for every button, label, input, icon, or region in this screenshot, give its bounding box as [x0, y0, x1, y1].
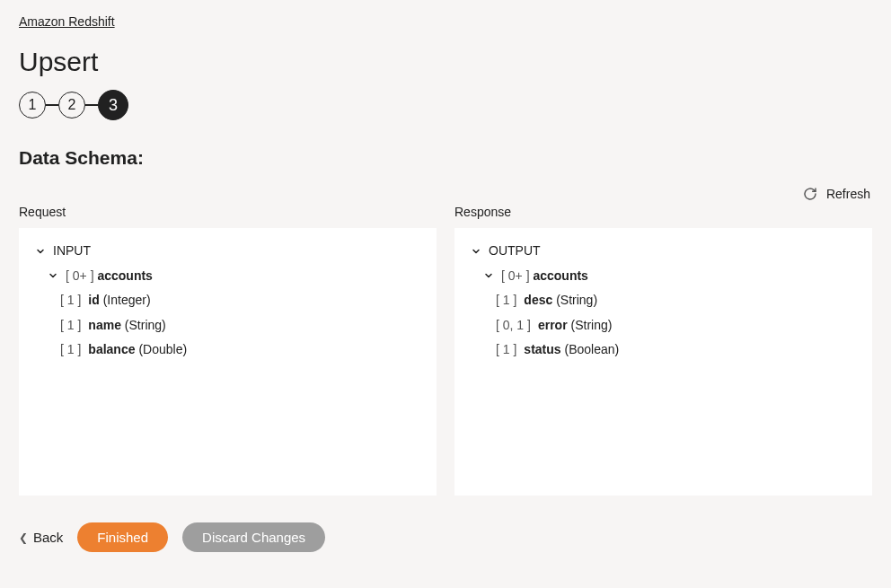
request-panel: INPUT [ 0+ ] accounts [ 1 ] id (Inte	[19, 228, 437, 496]
step-1[interactable]: 1	[19, 92, 46, 118]
refresh-button[interactable]: Refresh	[803, 187, 870, 201]
section-title: Data Schema:	[19, 147, 872, 169]
tree-field: [ 1 ] status (Boolean)	[471, 341, 856, 359]
discard-button[interactable]: Discard Changes	[182, 522, 325, 552]
request-heading: Request	[19, 205, 437, 219]
response-heading: Response	[454, 205, 872, 219]
chevron-down-icon	[471, 246, 481, 257]
tree-field: [ 1 ] name (String)	[35, 317, 420, 335]
breadcrumb: Amazon Redshift	[19, 14, 872, 29]
footer: ❮ Back Finished Discard Changes	[19, 522, 872, 552]
tree-group-accounts[interactable]: [ 0+ ] accounts	[471, 268, 856, 285]
chevron-down-icon	[48, 270, 58, 281]
tree-field: [ 0, 1 ] error (String)	[471, 317, 856, 335]
back-label: Back	[33, 530, 63, 545]
breadcrumb-link[interactable]: Amazon Redshift	[19, 14, 115, 29]
tree-group-label: [ 0+ ] accounts	[501, 268, 588, 285]
chevron-down-icon	[483, 270, 494, 281]
tree-root-label: INPUT	[53, 242, 91, 260]
tree-group-label: [ 0+ ] accounts	[66, 268, 153, 285]
refresh-label: Refresh	[826, 187, 870, 201]
step-connector	[85, 104, 98, 106]
tree-group-accounts[interactable]: [ 0+ ] accounts	[35, 268, 420, 285]
step-2[interactable]: 2	[58, 92, 85, 118]
tree-root-response[interactable]: OUTPUT	[471, 242, 856, 260]
refresh-icon	[803, 187, 817, 201]
tree-root-label: OUTPUT	[489, 242, 541, 260]
chevron-down-icon	[35, 246, 46, 257]
chevron-left-icon: ❮	[19, 531, 28, 544]
tree-root-request[interactable]: INPUT	[35, 242, 420, 260]
step-indicator: 1 2 3	[19, 90, 872, 120]
tree-field: [ 1 ] balance (Double)	[35, 341, 420, 359]
tree-field: [ 1 ] id (Integer)	[35, 292, 420, 310]
page-title: Upsert	[19, 47, 872, 77]
step-connector	[46, 104, 58, 106]
tree-field: [ 1 ] desc (String)	[471, 292, 856, 310]
step-3[interactable]: 3	[98, 90, 128, 120]
response-panel: OUTPUT [ 0+ ] accounts [ 1 ] desc (S	[454, 228, 872, 496]
back-button[interactable]: ❮ Back	[19, 530, 63, 545]
finished-button[interactable]: Finished	[77, 522, 168, 552]
